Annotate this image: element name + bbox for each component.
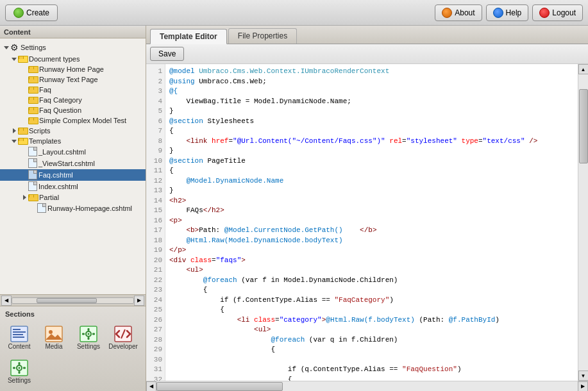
section-settings-btn[interactable]: Settings xyxy=(72,322,105,353)
line-num-17: 17 xyxy=(146,226,165,236)
settings-section-label: Settings xyxy=(77,343,100,350)
sidebar-item-partial[interactable]: Partial xyxy=(0,192,146,203)
sidebar-item-runway-text[interactable]: Runway Text Page xyxy=(0,74,146,85)
line-num-25: 25 xyxy=(146,305,165,315)
scripts-folder xyxy=(18,128,27,135)
simple-complex-label: Simple Complex Model Test xyxy=(39,117,126,124)
create-button[interactable]: Create xyxy=(5,4,58,21)
section-developer-btn[interactable]: Developer xyxy=(106,322,140,353)
sidebar-tree: ⚙ Settings Document types Runway Home Pa… xyxy=(0,38,146,294)
doc-types-folder-icon xyxy=(18,56,27,63)
sidebar-item-document-types[interactable]: Document types xyxy=(0,54,146,64)
code-editor[interactable]: @model Umbraco.Cms.Web.Context.IUmbracoR… xyxy=(165,64,578,381)
vscroll-up-btn[interactable]: ▲ xyxy=(578,64,589,74)
svg-rect-23 xyxy=(23,367,26,369)
viewstart-expand xyxy=(21,160,28,167)
line-num-30: 30 xyxy=(146,355,165,365)
editor-hscroll-left[interactable]: ◀ xyxy=(146,381,156,392)
svg-rect-12 xyxy=(88,337,90,340)
sidebar-item-index-cshtml[interactable]: Index.cshtml xyxy=(0,181,146,192)
hscroll-track xyxy=(12,297,134,304)
content-section-icon xyxy=(10,325,29,343)
doc-types-expand-icon xyxy=(10,58,18,61)
line-num-13: 13 xyxy=(146,186,165,196)
hscroll-right-btn[interactable]: ▶ xyxy=(134,295,144,306)
settings2-section-icon xyxy=(10,359,29,377)
about-button[interactable]: About xyxy=(435,4,482,21)
line-num-19: 19 xyxy=(146,245,165,256)
sidebar-item-runway-homepage[interactable]: Runway-Homepage.cshtml xyxy=(0,203,146,214)
hscroll-thumb[interactable] xyxy=(37,298,97,303)
tab-template-editor[interactable]: Template Editor xyxy=(150,29,227,44)
line-num-2: 2 xyxy=(146,77,165,87)
content-section-label: Content xyxy=(8,343,30,350)
sections-panel: Sections Content Media xyxy=(0,306,146,391)
line-num-24: 24 xyxy=(146,295,165,306)
editor-hscroll[interactable]: ◀ ▶ xyxy=(146,381,588,391)
faq-q-expand xyxy=(21,107,28,113)
svg-point-19 xyxy=(19,367,21,369)
simple-complex-expand xyxy=(21,117,28,124)
help-label: Help xyxy=(506,8,522,17)
logout-button[interactable]: Logout xyxy=(532,4,583,21)
editor-hscroll-thumb[interactable] xyxy=(156,382,283,391)
create-icon xyxy=(13,8,24,18)
sidebar-item-viewstart[interactable]: _ViewStart.cshtml xyxy=(0,158,146,169)
section-media-btn[interactable]: Media xyxy=(37,322,71,353)
faq-q-label: Faq Question xyxy=(39,106,81,114)
line-num-27: 27 xyxy=(146,325,165,335)
section-content-btn[interactable]: Content xyxy=(3,322,36,353)
toolbar-left: Create xyxy=(5,4,58,21)
sidebar-item-faq-category[interactable]: Faq Category xyxy=(0,95,146,105)
editor-container: 1 2 3 4 5 6 7 8 9 10 11 12 13 14 15 16 1… xyxy=(146,64,588,381)
sidebar-item-simple-complex[interactable]: Simple Complex Model Test xyxy=(0,115,146,126)
index-cshtml-label: Index.cshtml xyxy=(38,183,78,190)
editor-hscroll-right[interactable]: ▶ xyxy=(578,381,588,392)
developer-section-icon xyxy=(113,325,133,343)
sidebar-item-layout[interactable]: _Layout.cshtml xyxy=(0,146,146,158)
line-num-29: 29 xyxy=(146,345,165,355)
help-button[interactable]: Help xyxy=(486,4,529,21)
sections-header: Sections xyxy=(3,309,143,320)
sidebar-hscroll[interactable]: ◀ ▶ xyxy=(0,294,146,306)
vscroll-down-btn[interactable]: ▼ xyxy=(578,370,589,381)
runway-hp-icon xyxy=(37,204,46,213)
svg-rect-21 xyxy=(19,371,21,374)
about-icon xyxy=(442,8,452,18)
runway-hp-expand xyxy=(29,205,37,212)
vscroll-track xyxy=(578,74,589,370)
content-section-header: Content xyxy=(0,26,146,38)
line-num-22: 22 xyxy=(146,276,165,286)
sidebar-item-faq-cshtml[interactable]: Faq.cshtml xyxy=(0,169,146,181)
runway-text-expand xyxy=(21,76,28,83)
media-section-icon xyxy=(44,325,63,343)
sidebar-item-faq-question[interactable]: Faq Question xyxy=(0,105,146,115)
sidebar-item-faq[interactable]: Faq xyxy=(0,85,146,95)
toolbar-right: About Help Logout xyxy=(435,4,583,21)
section-settings2-btn[interactable]: Settings xyxy=(3,356,36,387)
line-num-16: 16 xyxy=(146,216,165,226)
simple-complex-folder xyxy=(28,117,37,124)
faq-expand xyxy=(21,87,28,93)
sidebar-item-templates[interactable]: Templates xyxy=(0,136,146,146)
sidebar-item-runway-home[interactable]: Runway Home Page xyxy=(0,64,146,74)
developer-section-label: Developer xyxy=(108,343,138,350)
hscroll-left-btn[interactable]: ◀ xyxy=(1,295,12,306)
partial-folder xyxy=(28,194,37,201)
line-num-6: 6 xyxy=(146,117,165,127)
settings2-section-label: Settings xyxy=(8,377,31,384)
save-button[interactable]: Save xyxy=(150,47,184,61)
line-num-11: 11 xyxy=(146,166,165,176)
scripts-label: Scripts xyxy=(29,127,51,135)
sidebar-item-settings[interactable]: ⚙ Settings xyxy=(0,41,146,54)
sidebar-item-scripts[interactable]: Scripts xyxy=(0,126,146,136)
svg-rect-3 xyxy=(13,334,23,335)
vscroll-thumb[interactable] xyxy=(579,89,588,163)
faq-cat-label: Faq Category xyxy=(39,96,82,104)
tab-file-properties[interactable]: File Properties xyxy=(228,28,297,44)
line-num-14: 14 xyxy=(146,196,165,206)
content-area: Template Editor File Properties Save 1 2… xyxy=(146,26,588,391)
editor-vscroll[interactable]: ▲ ▼ xyxy=(578,64,588,381)
line-num-26: 26 xyxy=(146,315,165,326)
editor-tabs: Template Editor File Properties xyxy=(146,26,588,44)
